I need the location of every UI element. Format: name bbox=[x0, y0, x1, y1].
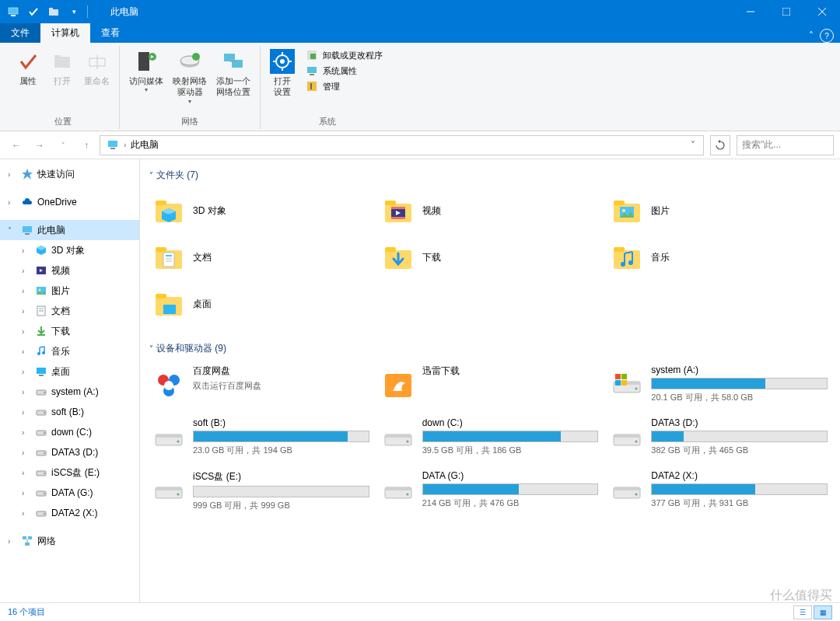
folder-item[interactable]: 视频 bbox=[379, 188, 602, 233]
uninstall-button[interactable]: 卸载或更改程序 bbox=[306, 49, 383, 61]
breadcrumb-dropdown[interactable]: ˅ bbox=[686, 140, 700, 151]
sidebar-item[interactable]: ›3D 对象 bbox=[0, 240, 139, 260]
star-icon bbox=[20, 167, 34, 181]
sidebar-this-pc[interactable]: ˅此电脑 bbox=[0, 220, 139, 240]
pc-icon bbox=[20, 223, 34, 237]
breadcrumb[interactable]: › 此电脑 ˅ bbox=[100, 135, 704, 155]
group-network-label: 网络 bbox=[181, 114, 198, 129]
drive-item[interactable]: iSCS盘 (E:)999 GB 可用，共 999 GB bbox=[149, 467, 373, 515]
folder-item[interactable]: 桌面 bbox=[149, 281, 373, 326]
svg-rect-8 bbox=[54, 57, 70, 68]
back-button[interactable]: ← bbox=[6, 135, 26, 155]
sidebar-item[interactable]: ›down (C:) bbox=[0, 422, 139, 442]
item-icon bbox=[34, 425, 48, 439]
svg-point-57 bbox=[44, 473, 45, 474]
map-drive-button[interactable]: 映射网络 驱动器 ▾ bbox=[168, 46, 212, 108]
svg-rect-114 bbox=[156, 487, 182, 490]
tiles-view-button[interactable]: ▦ bbox=[814, 605, 832, 619]
sidebar-item[interactable]: ›图片 bbox=[0, 281, 139, 301]
drive-item[interactable]: system (A:)20.1 GB 可用，共 58.0 GB bbox=[607, 361, 831, 410]
svg-point-87 bbox=[621, 262, 625, 267]
usage-bar bbox=[193, 431, 369, 442]
help-icon[interactable]: ? bbox=[820, 29, 834, 43]
search-input[interactable]: 搜索"此... bbox=[737, 135, 834, 155]
properties-button[interactable]: 属性 bbox=[11, 46, 45, 89]
collapse-ribbon-icon[interactable]: ˄ bbox=[809, 30, 814, 41]
drive-item[interactable]: DATA2 (X:)377 GB 可用，共 931 GB bbox=[607, 467, 831, 515]
svg-rect-117 bbox=[385, 487, 411, 490]
main-content: ˅文件夹 (7) 3D 对象视频图片文档下载音乐桌面 ˅设备和驱动器 (9) 百… bbox=[140, 159, 840, 602]
sidebar-item[interactable]: ›下载 bbox=[0, 321, 139, 341]
sidebar-item[interactable]: ›桌面 bbox=[0, 361, 139, 382]
qat-dropdown-icon[interactable]: ▾ bbox=[67, 5, 81, 19]
add-location-button[interactable]: 添加一个 网络位置 bbox=[212, 46, 255, 101]
svg-rect-100 bbox=[615, 374, 621, 379]
svg-rect-2 bbox=[49, 9, 58, 16]
forward-button[interactable]: → bbox=[30, 135, 50, 155]
sidebar-item[interactable]: ›iSCS盘 (E:) bbox=[0, 462, 139, 483]
svg-rect-67 bbox=[156, 201, 166, 205]
folder-item[interactable]: 下载 bbox=[379, 235, 602, 280]
open-settings-button[interactable]: 打开 设置 bbox=[265, 46, 299, 101]
qat-properties-icon[interactable] bbox=[26, 5, 40, 19]
svg-rect-3 bbox=[49, 8, 53, 10]
usage-bar bbox=[422, 483, 599, 495]
drive-item[interactable]: 百度网盘双击运行百度网盘 bbox=[149, 361, 373, 410]
svg-point-118 bbox=[406, 494, 408, 496]
drive-item[interactable]: DATA (G:)214 GB 可用，共 476 GB bbox=[379, 467, 602, 515]
sidebar-onedrive[interactable]: ›OneDrive bbox=[0, 192, 139, 212]
svg-point-121 bbox=[635, 494, 638, 496]
sidebar-item[interactable]: ›DATA (G:) bbox=[0, 483, 139, 503]
svg-rect-1 bbox=[11, 15, 16, 16]
window-title: 此电脑 bbox=[110, 5, 138, 19]
details-view-button[interactable]: ☰ bbox=[793, 605, 812, 619]
svg-rect-36 bbox=[25, 233, 30, 235]
minimize-button[interactable] bbox=[733, 0, 768, 23]
usage-bar bbox=[193, 486, 369, 497]
refresh-button[interactable] bbox=[710, 135, 730, 155]
sidebar-item[interactable]: ›视频 bbox=[0, 260, 139, 281]
item-icon bbox=[34, 365, 48, 379]
drive-item[interactable]: 迅雷下载 bbox=[379, 361, 602, 410]
folder-item[interactable]: 图片 bbox=[607, 188, 831, 233]
folder-icon bbox=[152, 241, 185, 274]
tab-computer[interactable]: 计算机 bbox=[40, 23, 90, 43]
rename-button[interactable]: 重命名 bbox=[79, 46, 114, 89]
sidebar: ›快速访问 ›OneDrive ˅此电脑 ›3D 对象›视频›图片›文档›下载›… bbox=[0, 159, 140, 602]
up-button[interactable]: ↑ bbox=[76, 135, 96, 155]
tab-file[interactable]: 文件 bbox=[0, 23, 40, 43]
access-media-button[interactable]: 访问媒体 ▾ bbox=[124, 46, 168, 96]
sidebar-item[interactable]: ›DATA2 (X:) bbox=[0, 503, 139, 523]
sidebar-quick-access[interactable]: ›快速访问 bbox=[0, 164, 139, 184]
folder-item[interactable]: 音乐 bbox=[607, 235, 831, 280]
tab-view[interactable]: 查看 bbox=[90, 23, 131, 43]
manage-button[interactable]: 管理 bbox=[306, 80, 383, 92]
drive-item[interactable]: down (C:)39.5 GB 可用，共 186 GB bbox=[379, 414, 602, 462]
system-properties-button[interactable]: 系统属性 bbox=[306, 65, 383, 77]
drives-section-header[interactable]: ˅设备和驱动器 (9) bbox=[143, 339, 837, 358]
sidebar-item[interactable]: ›DATA3 (D:) bbox=[0, 442, 139, 462]
qat-folder-icon[interactable] bbox=[47, 5, 61, 19]
folders-section-header[interactable]: ˅文件夹 (7) bbox=[143, 166, 837, 185]
folder-item[interactable]: 3D 对象 bbox=[149, 188, 373, 233]
folder-item[interactable]: 文档 bbox=[149, 235, 373, 280]
open-button[interactable]: 打开 bbox=[45, 46, 79, 89]
sidebar-item[interactable]: ›soft (B:) bbox=[0, 402, 139, 422]
sidebar-item[interactable]: ›文档 bbox=[0, 301, 139, 321]
recent-dropdown[interactable]: ˅ bbox=[53, 135, 73, 155]
svg-point-45 bbox=[42, 351, 45, 354]
drive-icon bbox=[382, 422, 415, 455]
close-button[interactable] bbox=[804, 0, 840, 23]
svg-rect-35 bbox=[23, 226, 32, 232]
svg-rect-111 bbox=[614, 434, 640, 438]
breadcrumb-location[interactable]: 此电脑 bbox=[126, 138, 686, 152]
pc-icon bbox=[6, 5, 20, 19]
drive-item[interactable]: soft (B:)23.0 GB 可用，共 194 GB bbox=[149, 414, 373, 462]
item-icon bbox=[34, 486, 48, 500]
sidebar-item[interactable]: ›音乐 bbox=[0, 341, 139, 361]
svg-rect-72 bbox=[391, 217, 405, 219]
sidebar-item[interactable]: ›system (A:) bbox=[0, 382, 139, 402]
maximize-button[interactable] bbox=[768, 0, 804, 23]
drive-item[interactable]: DATA3 (D:)382 GB 可用，共 465 GB bbox=[607, 414, 831, 462]
sidebar-network[interactable]: ›网络 bbox=[0, 531, 139, 551]
